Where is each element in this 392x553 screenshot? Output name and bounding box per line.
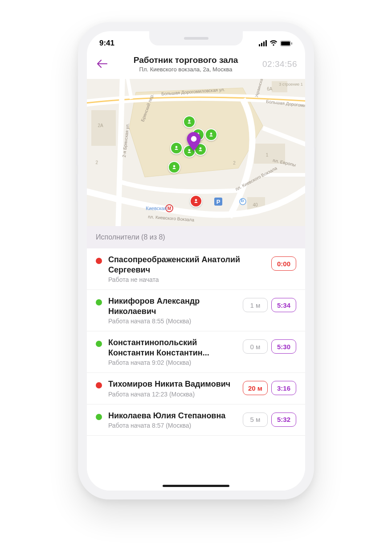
map-marker-green[interactable] [205, 128, 217, 141]
header-timer: 02:34:56 [262, 59, 297, 69]
worker-badges: 1 м5:34 [243, 298, 296, 312]
map-building-number: 2А [98, 123, 103, 128]
status-time: 9:41 [99, 39, 114, 48]
worker-status-text: Работа начата 9:02 (Москва) [108, 359, 237, 366]
app-screen: 9:41 Работник торгового зала Пл. Киев [87, 31, 305, 491]
wifi-icon [270, 40, 278, 46]
svg-rect-2 [291, 42, 292, 45]
map-metro-label: Киевская [146, 206, 167, 211]
map-view[interactable]: М P Большая Дорогомиловская ул. Большая … [87, 79, 305, 226]
status-dot-icon [96, 299, 102, 305]
worker-row[interactable]: Тихомиров Никита ВадимовичРабота начата … [87, 373, 305, 404]
distance-badge[interactable]: 5 м [243, 413, 268, 427]
map-building-number: 1 [266, 153, 269, 157]
worker-badges: 20 м3:16 [243, 381, 296, 395]
status-dot-icon [96, 258, 102, 264]
time-badge[interactable]: 3:16 [271, 381, 296, 395]
status-dot-icon [96, 382, 102, 388]
worker-name: Тихомиров Никита Вадимович [108, 379, 237, 389]
worker-status-text: Работа не начата [108, 276, 265, 283]
page-title: Работник торгового зала [114, 55, 258, 65]
status-dot-icon [96, 341, 102, 347]
svg-text:М: М [167, 206, 171, 211]
worker-name: Николаева Юлия Степановна [108, 411, 237, 421]
worker-info: Никифоров Александр НиколаевичРабота нач… [108, 296, 237, 325]
distance-badge[interactable]: 1 м [243, 298, 268, 312]
home-indicator[interactable] [163, 485, 229, 487]
svg-rect-1 [281, 41, 290, 45]
device-notch [149, 31, 243, 45]
svg-rect-5 [91, 110, 116, 146]
time-badge[interactable]: 5:30 [271, 339, 296, 354]
battery-icon [280, 41, 293, 46]
app-header: Работник торгового зала Пл. Киевского во… [87, 51, 305, 79]
worker-info: Тихомиров Никита ВадимовичРабота начата … [108, 379, 237, 398]
map-pin-icon[interactable] [186, 132, 201, 153]
map-marker-red[interactable] [190, 195, 202, 207]
worker-name: Спасопреображенский Анатолий Сергеевич [108, 255, 265, 275]
map-building-number: 3 строение 1 [279, 82, 303, 87]
worker-badges: 0 м5:30 [243, 339, 296, 354]
worker-row[interactable]: Никифоров Александр НиколаевичРабота нач… [87, 290, 305, 331]
map-building-number: 2 [96, 160, 98, 165]
time-badge[interactable]: 5:32 [271, 413, 296, 427]
map-marker-green[interactable] [170, 142, 183, 154]
worker-row[interactable]: Николаева Юлия СтепановнаРабота начата 8… [87, 404, 305, 436]
back-button[interactable] [95, 57, 109, 72]
map-poi-label: Б [241, 198, 244, 203]
worker-info: Спасопреображенский Анатолий СергеевичРа… [108, 255, 265, 283]
signal-icon [259, 40, 267, 46]
time-badge[interactable]: 0:00 [271, 256, 296, 271]
worker-info: Константинопольский Константин Константи… [108, 338, 237, 366]
map-marker-green[interactable] [168, 161, 180, 173]
map-marker-green[interactable] [183, 116, 196, 128]
svg-text:P: P [216, 198, 220, 205]
section-performers-title: Исполнители (8 из 8) [87, 226, 305, 248]
phone-frame: 9:41 Работник торгового зала Пл. Киев [78, 22, 314, 499]
worker-badges: 0:00 [271, 256, 296, 271]
distance-badge[interactable]: 0 м [243, 339, 268, 354]
status-dot-icon [96, 414, 102, 420]
worker-info: Николаева Юлия СтепановнаРабота начата 8… [108, 411, 237, 429]
worker-name: Константинопольский Константин Константи… [108, 338, 237, 358]
worker-name: Никифоров Александр Николаевич [108, 296, 237, 316]
time-badge[interactable]: 20 м [243, 381, 268, 395]
worker-badges: 5 м5:32 [243, 413, 296, 427]
worker-row[interactable]: Спасопреображенский Анатолий СергеевичРа… [87, 248, 305, 290]
worker-status-text: Работа начата 8:57 (Москва) [108, 422, 237, 429]
worker-status-text: Работа начата 12:23 (Москва) [108, 391, 237, 398]
worker-row[interactable]: Константинопольский Константин Константи… [87, 331, 305, 373]
workers-list[interactable]: Спасопреображенский Анатолий СергеевичРа… [87, 248, 305, 491]
map-building-number: 6А [267, 87, 272, 91]
svg-point-14 [191, 136, 197, 142]
time-badge[interactable]: 5:34 [271, 298, 296, 312]
map-building-number: 2 [233, 161, 236, 165]
worker-status-text: Работа начата 8:55 (Москва) [108, 318, 237, 325]
page-subtitle: Пл. Киевского вокзала, 2а, Москва [114, 66, 258, 73]
map-building-number: 40 [253, 202, 257, 207]
